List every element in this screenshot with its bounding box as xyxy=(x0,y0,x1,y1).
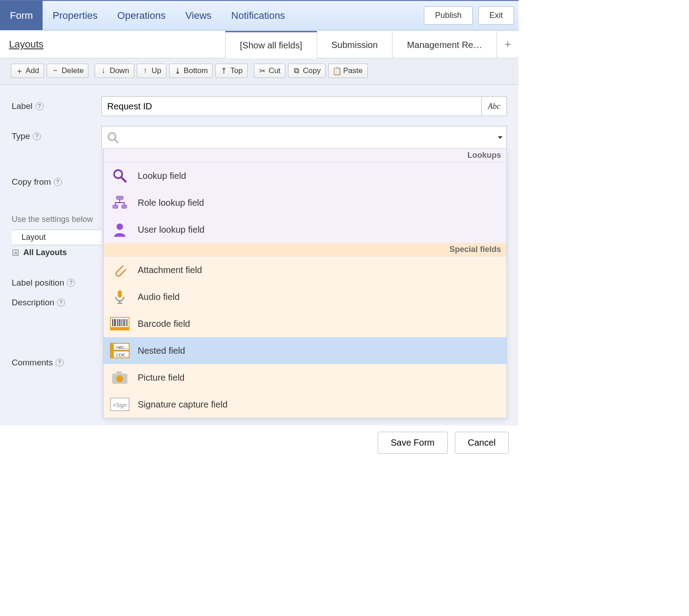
paperclip-icon xyxy=(110,260,130,280)
delete-button-label: Delete xyxy=(61,66,83,75)
type-option-barcode-field[interactable]: Barcode field xyxy=(104,310,506,337)
field-editor: Label ? Abc Type ? Copy from ? Use the s… xyxy=(0,85,519,425)
signature-icon: ×Sign xyxy=(110,395,130,414)
footer-actions: Save Form Cancel xyxy=(0,425,519,466)
down-button[interactable]: ↓ Down xyxy=(95,64,134,78)
copy-button[interactable]: ⧉ Copy xyxy=(288,64,326,78)
type-option-label: Role lookup field xyxy=(138,198,204,208)
type-caption: Type ? xyxy=(12,126,101,141)
paste-icon: 📋 xyxy=(333,67,340,74)
type-option-lookup-field[interactable]: Lookup field xyxy=(104,162,506,189)
help-icon[interactable]: ? xyxy=(67,279,75,287)
user-icon xyxy=(110,220,130,239)
cancel-button[interactable]: Cancel xyxy=(455,432,509,454)
layout-tab-submission[interactable]: Submission xyxy=(317,30,392,58)
add-button[interactable]: ＋ Add xyxy=(11,64,44,78)
down-button-label: Down xyxy=(109,66,129,75)
up-button[interactable]: ↑ Up xyxy=(137,64,166,78)
type-option-label: Nested field xyxy=(138,346,185,356)
tab-form[interactable]: Form xyxy=(0,1,43,30)
comments-text: Comments xyxy=(12,358,53,368)
help-icon[interactable]: ? xyxy=(35,102,44,110)
svg-rect-4 xyxy=(117,196,123,200)
type-dropdown-panel: Lookups Lookup field Role lookup field U… xyxy=(103,148,507,418)
expand-icon[interactable] xyxy=(13,250,18,256)
top-tabs: Form Properties Operations Views Notific… xyxy=(0,1,295,30)
camera-icon xyxy=(110,368,130,387)
svg-rect-10 xyxy=(110,327,129,330)
type-caption-text: Type xyxy=(12,131,30,141)
cut-button-label: Cut xyxy=(269,66,280,75)
publish-button[interactable]: Publish xyxy=(424,6,473,25)
magnifier-icon xyxy=(110,166,130,186)
comments-caption: Comments ? xyxy=(12,358,101,368)
nested-table-icon: ABC...CDE... xyxy=(110,341,130,360)
svg-rect-21 xyxy=(110,343,114,350)
type-option-label: Signature capture field xyxy=(138,399,227,410)
type-combo[interactable] xyxy=(101,126,507,149)
copy-button-label: Copy xyxy=(303,66,321,75)
type-option-signature-capture-field[interactable]: ×Sign Signature capture field xyxy=(104,391,506,418)
type-option-role-lookup-field[interactable]: Role lookup field xyxy=(104,189,506,216)
svg-rect-8 xyxy=(118,291,122,298)
barcode-icon xyxy=(110,314,130,334)
label-input[interactable] xyxy=(101,96,482,116)
type-row: Type ? xyxy=(12,126,507,149)
chevron-down-icon xyxy=(498,136,502,139)
copy-from-text: Copy from xyxy=(12,177,51,187)
arrow-down-icon: ↓ xyxy=(100,67,107,74)
abc-style-button[interactable]: Abc xyxy=(482,96,507,116)
label-caption-text: Label xyxy=(12,101,33,111)
svg-rect-27 xyxy=(116,371,121,375)
paste-button[interactable]: 📋 Paste xyxy=(328,64,367,78)
type-option-label: Picture field xyxy=(138,373,185,383)
microphone-icon xyxy=(110,287,130,307)
type-option-user-lookup-field[interactable]: User lookup field xyxy=(104,216,506,243)
copy-from-caption: Copy from ? xyxy=(12,177,101,187)
bottom-button[interactable]: ⤓ Bottom xyxy=(169,64,213,78)
top-button[interactable]: ⤒ Top xyxy=(215,64,247,78)
layouts-link[interactable]: Layouts xyxy=(0,30,52,58)
search-icon xyxy=(107,131,119,144)
cut-button[interactable]: ✂ Cut xyxy=(254,64,285,78)
type-option-label: User lookup field xyxy=(138,225,205,235)
svg-text:ABC...: ABC... xyxy=(116,345,128,350)
help-icon[interactable]: ? xyxy=(57,299,65,307)
up-button-label: Up xyxy=(152,66,161,75)
help-icon[interactable]: ? xyxy=(33,132,41,140)
tab-views[interactable]: Views xyxy=(175,1,221,30)
type-option-attachment-field[interactable]: Attachment field xyxy=(104,256,506,283)
dropdown-section-special: Special fields xyxy=(104,243,506,256)
help-icon[interactable]: ? xyxy=(56,359,64,367)
minus-icon: − xyxy=(52,67,59,74)
add-layout-tab-button[interactable]: + xyxy=(497,30,519,58)
add-button-label: Add xyxy=(26,66,39,75)
layout-column-header: Layout xyxy=(12,230,101,245)
type-search-input[interactable] xyxy=(101,126,507,149)
label-row: Label ? Abc xyxy=(12,96,507,116)
all-layouts-label: All Layouts xyxy=(23,248,67,257)
svg-point-0 xyxy=(109,133,116,140)
tab-notifications[interactable]: Notifications xyxy=(222,1,295,30)
type-option-label: Audio field xyxy=(138,292,179,302)
delete-button[interactable]: − Delete xyxy=(47,64,88,78)
label-position-caption: Label position ? xyxy=(12,278,101,288)
type-option-label: Attachment field xyxy=(138,265,202,275)
type-option-nested-field[interactable]: ABC...CDE... Nested field xyxy=(104,337,506,364)
svg-point-28 xyxy=(116,375,123,382)
save-form-button[interactable]: Save Form xyxy=(378,432,448,454)
layout-tab-show-all-fields[interactable]: [Show all fields] xyxy=(225,31,317,58)
tab-properties[interactable]: Properties xyxy=(43,1,107,30)
label-position-text: Label position xyxy=(12,278,64,288)
svg-point-7 xyxy=(117,224,123,230)
exit-button[interactable]: Exit xyxy=(478,6,514,25)
dropdown-section-lookups: Lookups xyxy=(104,149,506,162)
type-option-audio-field[interactable]: Audio field xyxy=(104,283,506,310)
help-icon[interactable]: ? xyxy=(54,178,62,186)
svg-line-3 xyxy=(122,178,126,182)
type-option-picture-field[interactable]: Picture field xyxy=(104,364,506,391)
tab-operations[interactable]: Operations xyxy=(108,1,176,30)
svg-rect-24 xyxy=(110,351,114,358)
layout-tab-management[interactable]: Management Re… xyxy=(392,30,497,58)
all-layouts-node[interactable]: All Layouts xyxy=(12,245,101,260)
